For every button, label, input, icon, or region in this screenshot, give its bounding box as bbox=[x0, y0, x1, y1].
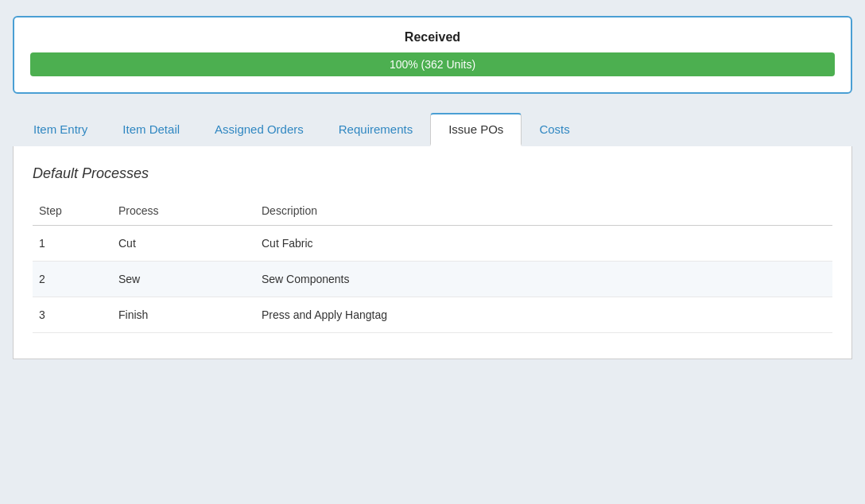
received-card: Received 100% (362 Units) bbox=[13, 16, 852, 94]
received-title: Received bbox=[30, 30, 835, 45]
cell-process: Sew bbox=[112, 262, 255, 297]
cell-description: Cut Fabric bbox=[255, 226, 832, 262]
cell-description: Press and Apply Hangtag bbox=[255, 297, 832, 333]
table-row: 2SewSew Components bbox=[33, 262, 832, 297]
col-header-process: Process bbox=[112, 198, 255, 226]
processes-table: Step Process Description 1CutCut Fabric2… bbox=[33, 198, 832, 333]
table-row: 3FinishPress and Apply Hangtag bbox=[33, 297, 832, 333]
col-header-step: Step bbox=[33, 198, 112, 226]
table-header-row: Step Process Description bbox=[33, 198, 832, 226]
tab-item-detail[interactable]: Item Detail bbox=[105, 114, 197, 146]
tab-issue-pos[interactable]: Issue POs bbox=[430, 113, 522, 146]
cell-process: Finish bbox=[112, 297, 255, 333]
tab-requirements[interactable]: Requirements bbox=[321, 114, 430, 146]
cell-step: 1 bbox=[33, 226, 112, 262]
col-header-description: Description bbox=[255, 198, 832, 226]
table-row: 1CutCut Fabric bbox=[33, 226, 832, 262]
tab-assigned-orders[interactable]: Assigned Orders bbox=[197, 114, 321, 146]
cell-step: 2 bbox=[33, 262, 112, 297]
content-panel: Default Processes Step Process Descripti… bbox=[13, 146, 852, 359]
cell-process: Cut bbox=[112, 226, 255, 262]
progress-bar: 100% (362 Units) bbox=[30, 52, 835, 76]
progress-bar-label: 100% (362 Units) bbox=[390, 58, 475, 71]
section-title: Default Processes bbox=[33, 165, 832, 182]
cell-description: Sew Components bbox=[255, 262, 832, 297]
tab-costs[interactable]: Costs bbox=[522, 114, 587, 146]
tabs-row: Item Entry Item Detail Assigned Orders R… bbox=[13, 113, 852, 146]
cell-step: 3 bbox=[33, 297, 112, 333]
tab-item-entry[interactable]: Item Entry bbox=[16, 114, 105, 146]
